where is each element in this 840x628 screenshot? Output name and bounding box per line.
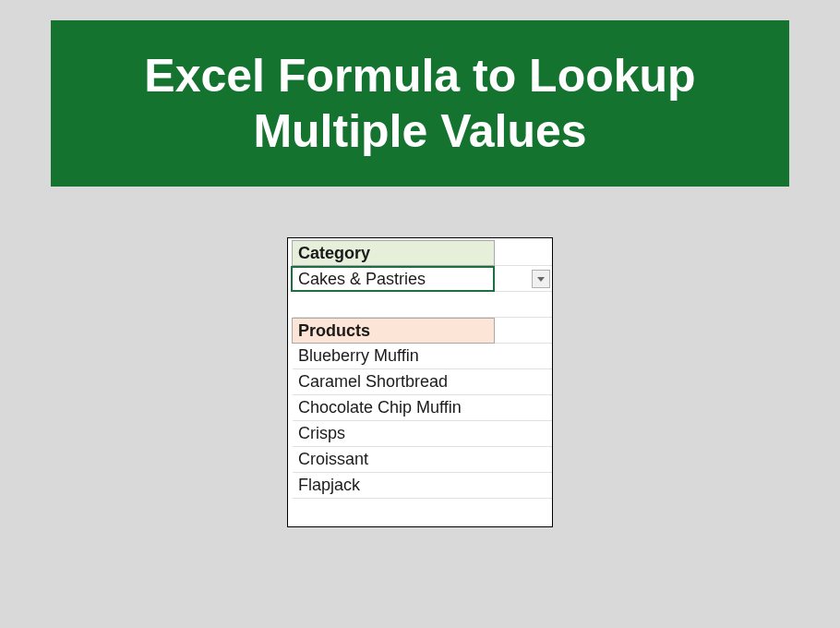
product-row: Croissant (288, 447, 552, 473)
product-row: Blueberry Muffin (288, 344, 552, 369)
products-header-cell: Products (292, 318, 495, 344)
product-row: Caramel Shortbread (288, 369, 552, 395)
product-row: Crisps (288, 421, 552, 447)
row-category-header: Category (288, 240, 552, 266)
product-cell: Blueberry Muffin (293, 344, 495, 369)
category-header-cell: Category (292, 240, 495, 266)
empty-cell (495, 447, 552, 473)
empty-cell (495, 395, 552, 421)
excel-preview: Category Cakes & Pastries Products Blueb… (287, 237, 553, 527)
title-banner: Excel Formula to Lookup Multiple Values (51, 20, 789, 187)
category-dropdown-cell[interactable]: Cakes & Pastries (291, 266, 495, 292)
spacer-row (288, 499, 552, 525)
empty-cell (495, 318, 552, 344)
product-cell: Chocolate Chip Muffin (293, 395, 495, 421)
empty-cell (495, 344, 552, 369)
empty-cell (495, 499, 552, 525)
spacer-row (288, 292, 552, 318)
product-row: Chocolate Chip Muffin (288, 395, 552, 421)
product-row: Flapjack (288, 473, 552, 499)
dropdown-side-cell (495, 266, 552, 292)
empty-cell (293, 499, 495, 525)
empty-cell (293, 292, 495, 318)
chevron-down-icon (537, 277, 545, 282)
dropdown-button[interactable] (532, 270, 550, 288)
product-cell: Croissant (293, 447, 495, 473)
row-category-value: Cakes & Pastries (288, 266, 552, 292)
product-cell: Caramel Shortbread (293, 369, 495, 395)
page-title: Excel Formula to Lookup Multiple Values (88, 48, 752, 159)
empty-cell (495, 240, 552, 266)
row-products-header: Products (288, 318, 552, 344)
empty-cell (495, 473, 552, 499)
product-cell: Flapjack (293, 473, 495, 499)
product-cell: Crisps (293, 421, 495, 447)
empty-cell (495, 369, 552, 395)
empty-cell (495, 421, 552, 447)
empty-cell (495, 292, 552, 318)
